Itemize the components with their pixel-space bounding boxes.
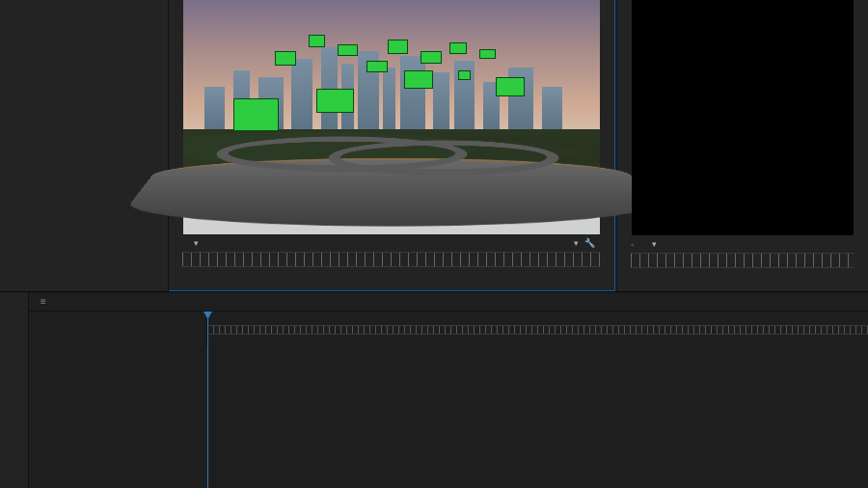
program-monitor-view[interactable]: [632, 0, 854, 235]
program-scrub-ruler[interactable]: [631, 253, 854, 268]
timeline-tab-menu-icon[interactable]: ≡: [41, 296, 46, 307]
wrench-icon[interactable]: 🔧: [584, 238, 595, 248]
source-transport-bar: [169, 267, 614, 290]
program-options-icon[interactable]: ◦: [631, 239, 635, 250]
toolbar: [0, 292, 29, 488]
source-monitor: ▾ ▾ 🔧: [169, 0, 615, 291]
project-panel: [0, 0, 169, 291]
source-scrub-ruler[interactable]: [182, 252, 601, 267]
timeline-panel: ≡: [29, 292, 868, 488]
program-transport-bar: [617, 268, 868, 291]
program-monitor: ◦ ▾: [617, 0, 868, 291]
source-monitor-view[interactable]: [183, 0, 600, 234]
timeline-ruler[interactable]: [207, 312, 868, 346]
